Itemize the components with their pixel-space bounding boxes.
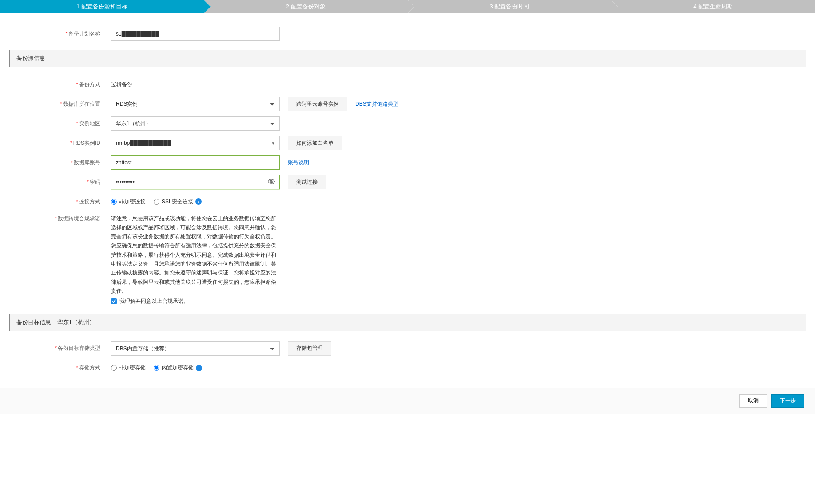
section-target-title: 备份目标信息: [16, 319, 51, 325]
label-storage-mode: *存储方式：: [9, 364, 111, 372]
row-db-account: *数据库账号： 账号说明: [9, 155, 806, 170]
compliance-check-row: 我理解并同意以上合规承诺。: [111, 298, 280, 305]
step-1[interactable]: 1.配置备份源和目标: [0, 0, 204, 13]
footer-bar: 取消 下一步: [0, 388, 815, 414]
eye-off-icon[interactable]: [268, 178, 275, 187]
row-password: *密码： 测试连接: [9, 175, 806, 189]
radio-store-plain[interactable]: 非加密存储: [111, 364, 146, 372]
step-1-label: 1.配置备份源和目标: [76, 3, 127, 11]
cancel-button[interactable]: 取消: [739, 394, 767, 408]
cross-account-button[interactable]: 跨阿里云账号实例: [288, 97, 347, 111]
radio-conn-plain[interactable]: 非加密连接: [111, 198, 146, 206]
db-location-select[interactable]: RDS实例: [111, 97, 280, 111]
label-db-location: *数据库所在位置：: [9, 100, 111, 108]
label-instance-region: *实例地区：: [9, 120, 111, 127]
wizard-steps: 1.配置备份源和目标 2.配置备份对象 3.配置备份时间 4.配置生命周期: [0, 0, 815, 13]
row-target-storage-type: *备份目标存储类型： DBS内置存储（推荐） 存储包管理: [9, 341, 806, 356]
storage-manage-button[interactable]: 存储包管理: [288, 341, 331, 356]
row-connection-mode: *连接方式： 非加密连接 SSL安全连接 i: [9, 194, 806, 209]
section-target-info: 备份目标信息 华东1（杭州）: [9, 314, 806, 331]
storage-mode-radio-group: 非加密存储 内置加密存储 i: [111, 364, 202, 372]
info-icon[interactable]: i: [195, 198, 202, 205]
target-storage-type-select[interactable]: DBS内置存储（推荐）: [111, 341, 280, 356]
instance-region-select[interactable]: 华东1（杭州）: [111, 116, 280, 131]
plan-name-input[interactable]: [111, 27, 280, 41]
radio-store-plain-input[interactable]: [111, 365, 117, 371]
compliance-text: 请注意：您使用该产品或该功能，将使您在云上的业务数据传输至您所选择的区域或产品部…: [111, 214, 280, 296]
test-connection-button[interactable]: 测试连接: [288, 175, 326, 189]
row-db-location: *数据库所在位置： RDS实例 跨阿里云账号实例 DBS支持链路类型: [9, 97, 806, 111]
step-2[interactable]: 2.配置备份对象: [204, 0, 408, 13]
rds-instance-id-select[interactable]: [111, 136, 280, 150]
label-backup-method: *备份方式：: [9, 81, 111, 88]
connection-mode-radio-group: 非加密连接 SSL安全连接 i: [111, 198, 202, 206]
password-input[interactable]: [111, 175, 279, 189]
radio-store-encrypt-input[interactable]: [154, 365, 159, 371]
label-password: *密码：: [9, 179, 111, 186]
value-backup-method: 逻辑备份: [111, 81, 132, 88]
row-instance-region: *实例地区： 华东1（杭州）: [9, 116, 806, 131]
section-source-title: 备份源信息: [16, 55, 45, 61]
step-3[interactable]: 3.配置备份时间: [408, 0, 612, 13]
row-storage-mode: *存储方式： 非加密存储 内置加密存储 i: [9, 361, 806, 375]
info-icon[interactable]: i: [196, 365, 202, 371]
radio-store-encrypt[interactable]: 内置加密存储 i: [154, 364, 202, 372]
row-plan-name: *备份计划名称：: [9, 27, 806, 41]
section-target-region: 华东1（杭州）: [57, 319, 95, 325]
label-target-storage-type: *备份目标存储类型：: [9, 345, 111, 352]
account-help-link[interactable]: 账号说明: [288, 159, 309, 167]
dbs-support-link[interactable]: DBS支持链路类型: [355, 100, 398, 108]
compliance-checkbox-label: 我理解并同意以上合规承诺。: [119, 298, 189, 305]
row-rds-instance-id: *RDS实例ID： ▼ 如何添加白名单: [9, 136, 806, 150]
radio-conn-ssl[interactable]: SSL安全连接 i: [154, 198, 202, 206]
step-2-label: 2.配置备份对象: [286, 3, 326, 11]
label-plan-name: *备份计划名称：: [9, 30, 111, 38]
radio-conn-plain-input[interactable]: [111, 199, 117, 205]
compliance-checkbox[interactable]: [111, 298, 117, 304]
label-rds-instance-id: *RDS实例ID：: [9, 139, 111, 147]
label-connection-mode: *连接方式：: [9, 198, 111, 206]
row-backup-method: *备份方式： 逻辑备份: [9, 77, 806, 91]
next-button[interactable]: 下一步: [771, 394, 804, 408]
section-source-info: 备份源信息: [9, 50, 806, 67]
row-compliance: *数据跨境合规承诺： 请注意：您使用该产品或该功能，将使您在云上的业务数据传输至…: [9, 214, 806, 305]
step-4[interactable]: 4.配置生命周期: [611, 0, 815, 13]
step-4-label: 4.配置生命周期: [693, 3, 733, 11]
radio-conn-ssl-input[interactable]: [154, 199, 159, 205]
label-compliance: *数据跨境合规承诺：: [9, 214, 111, 222]
label-db-account: *数据库账号：: [9, 159, 111, 167]
whitelist-help-button[interactable]: 如何添加白名单: [288, 136, 342, 150]
step-3-label: 3.配置备份时间: [489, 3, 529, 11]
db-account-input[interactable]: [111, 155, 280, 170]
